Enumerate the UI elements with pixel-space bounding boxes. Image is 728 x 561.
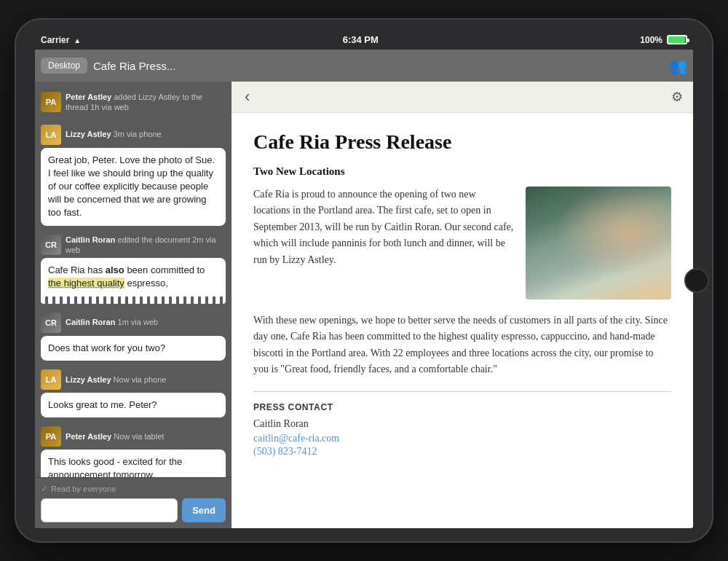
list-item: LA Lizzy Astley 3m via phone Great job, … <box>35 120 232 230</box>
avatar: LA <box>41 369 61 390</box>
read-status: ✓ Read by everyone <box>41 484 226 494</box>
tablet-frame: Carrier 6:34 PM 100% Desktop Cafe Ria Pr… <box>15 18 713 543</box>
home-button[interactable] <box>684 268 709 293</box>
app-body: PA Peter Astley added Lizzy Astley to th… <box>35 82 693 528</box>
compose-input[interactable] <box>41 498 178 522</box>
avatar: LA <box>41 125 61 145</box>
screen: Desktop Cafe Ria Press... 👥 PA Peter Ast… <box>35 50 693 528</box>
contact-name: Caitlin Roran <box>253 418 671 430</box>
torn-edge <box>41 297 226 304</box>
message-bubble-torn: Cafe Ria has also been committed to the … <box>41 258 226 296</box>
document-panel: ‹ ⚙ Cafe Ria Press Release Two New Locat… <box>232 82 693 528</box>
contact-email[interactable]: caitlin@cafe-ria.com <box>253 433 671 444</box>
back-button[interactable]: ‹ <box>242 87 253 106</box>
status-bar: Carrier 6:34 PM 100% <box>35 33 693 50</box>
message-bubble: Great job, Peter. Love the photo of Sue.… <box>41 148 226 226</box>
send-button[interactable]: Send <box>182 498 226 522</box>
read-status-text: Read by everyone <box>51 484 116 493</box>
meta-text: Peter Astley Now via tablet <box>66 431 164 442</box>
message-meta: LA Lizzy Astley 3m via phone <box>41 125 226 145</box>
sidebar: PA Peter Astley added Lizzy Astley to th… <box>35 82 232 528</box>
checkmark-icon: ✓ <box>41 484 48 494</box>
app-header: Desktop Cafe Ria Press... 👥 <box>35 50 693 82</box>
battery-percentage: 100% <box>640 35 662 45</box>
message-meta: CR Caitlin Roran edited the document 2m … <box>41 235 226 256</box>
sidebar-footer: ✓ Read by everyone Send <box>35 477 232 528</box>
press-contact-label: PRESS CONTACT <box>253 391 671 412</box>
carrier-label: Carrier <box>41 35 69 45</box>
avatar: CR <box>41 235 61 255</box>
doc-photo <box>526 187 671 299</box>
document-title: Cafe Ria Press Release <box>253 130 671 154</box>
message-meta: CR Caitlin Roran 1m via web <box>41 313 226 333</box>
compose-row: Send <box>41 498 226 522</box>
contacts-icon[interactable]: 👥 <box>669 57 687 74</box>
message-meta: PA Peter Astley Now via tablet <box>41 426 226 447</box>
status-time: 6:34 PM <box>343 34 379 45</box>
list-item: CR Caitlin Roran 1m via web Does that wo… <box>35 308 232 365</box>
message-meta: PA Peter Astley added Lizzy Astley to th… <box>41 92 226 113</box>
wifi-icon <box>74 35 81 45</box>
contact-phone: (503) 823-7412 <box>253 446 671 458</box>
doc-toolbar: ‹ ⚙ <box>232 82 693 113</box>
desktop-button[interactable]: Desktop <box>41 58 87 74</box>
list-item: LA Lizzy Astley Now via phone Looks grea… <box>35 365 232 422</box>
doc-body-section: Cafe Ria is proud to announce the openin… <box>253 187 671 299</box>
thread-title: Cafe Ria Press... <box>93 60 663 72</box>
message-bubble: This looks good - excited for the announ… <box>41 450 226 477</box>
document-subtitle: Two New Locations <box>253 165 671 178</box>
doc-content: Cafe Ria Press Release Two New Locations… <box>232 113 693 528</box>
meta-text: Peter Astley added Lizzy Astley to the t… <box>66 92 226 113</box>
highlight-text: the highest quality <box>48 278 124 289</box>
meta-text: Lizzy Astley Now via phone <box>66 374 166 385</box>
doc-paragraph-2: With these new openings, we hope to bett… <box>253 313 671 378</box>
message-meta: LA Lizzy Astley Now via phone <box>41 369 226 390</box>
list-item: PA Peter Astley added Lizzy Astley to th… <box>35 87 232 120</box>
status-right: 100% <box>640 35 687 45</box>
doc-paragraph-1: Cafe Ria is proud to announce the openin… <box>253 187 514 299</box>
meta-text: Caitlin Roran edited the document 2m via… <box>66 235 226 256</box>
meta-text: Caitlin Roran 1m via web <box>66 317 158 327</box>
list-item: PA Peter Astley Now via tablet This look… <box>35 422 232 477</box>
avatar: CR <box>41 313 61 333</box>
avatar: PA <box>41 92 61 112</box>
avatar: PA <box>41 426 61 447</box>
settings-button[interactable]: ⚙ <box>671 89 683 105</box>
meta-text: Lizzy Astley 3m via phone <box>66 129 162 139</box>
battery-icon <box>667 35 687 44</box>
message-bubble: Does that work for you two? <box>41 336 226 361</box>
sidebar-messages: PA Peter Astley added Lizzy Astley to th… <box>35 82 232 477</box>
message-bubble: Looks great to me. Peter? <box>41 393 226 417</box>
doc-photo-inner <box>526 187 671 299</box>
status-left: Carrier <box>41 35 81 45</box>
list-item: CR Caitlin Roran edited the document 2m … <box>35 230 232 308</box>
